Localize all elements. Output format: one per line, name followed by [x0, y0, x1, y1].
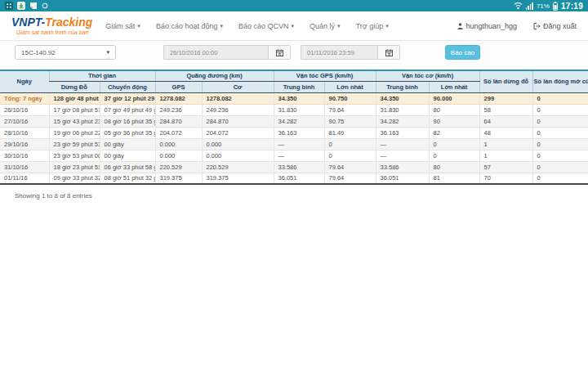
- cell: 36.051: [274, 173, 324, 184]
- cell: 0: [532, 150, 588, 161]
- nav-tro-giup[interactable]: Trợ giúp▾: [356, 22, 389, 30]
- battery-icon: [553, 2, 558, 11]
- vehicle-select-value: 15C-140.92: [21, 49, 56, 56]
- cell: 17 giờ 08 phút 57 giây: [49, 104, 100, 115]
- cell: 1278.082: [202, 92, 274, 104]
- cell: 31.830: [376, 104, 429, 115]
- cell: 249.236: [155, 104, 202, 115]
- date-from-group: 26/10/2016 00:00: [163, 45, 291, 60]
- cell: 299: [479, 92, 532, 104]
- logout-icon: [533, 23, 541, 29]
- cell: 29/10/16: [0, 138, 49, 150]
- cell: 0.000: [202, 150, 274, 161]
- cell: 82: [429, 127, 479, 138]
- table-row: 01/11/1609 giờ 33 phút 32 giây08 giờ 51 …: [0, 173, 588, 184]
- cell: 08 giờ 51 phút 32 giây: [100, 173, 155, 184]
- download-icon: [17, 2, 25, 10]
- cell: 33.586: [274, 161, 324, 173]
- main-nav: Giám sát▾ Báo cáo hoạt động▾ Báo cáo QCV…: [105, 22, 388, 30]
- cell: 36.163: [274, 127, 324, 138]
- col-header-ngay: Ngày: [0, 70, 49, 92]
- cell: 23 giờ 53 phút 00 giây: [49, 150, 100, 161]
- cell: 79.64: [324, 173, 376, 184]
- cell: 19 giờ 06 phút 22 giây: [49, 127, 100, 138]
- date-to-input[interactable]: 01/11/2016 23:59: [301, 45, 377, 60]
- logo-text: VNPT-Tracking: [11, 16, 92, 28]
- cell: 01/11/16: [0, 173, 49, 184]
- user-area: hungthuan_hgg Đăng xuất: [457, 22, 580, 30]
- cell: 58: [479, 104, 532, 115]
- cell: 15 giờ 43 phút 23 giây: [49, 115, 100, 127]
- date-to-calendar-button[interactable]: [377, 45, 400, 60]
- cell: 0: [532, 173, 588, 184]
- cell: 34.282: [274, 115, 324, 127]
- date-from-calendar-button[interactable]: [268, 45, 291, 60]
- cell: 0: [324, 150, 376, 161]
- col-header-lon-nhat-gps: Lớn nhất: [324, 81, 376, 92]
- col-group-thoi-gian: Thời gian: [49, 70, 155, 81]
- report-button[interactable]: Báo cáo: [445, 45, 480, 60]
- table-row: 29/10/1623 giờ 59 phút 53 giây00 giây0.0…: [0, 138, 588, 150]
- col-group-van-toc-co: Vận tốc cơ (km/h): [376, 70, 479, 81]
- cell: 37 giờ 12 phút 29 giây: [100, 92, 155, 104]
- cell: 204.072: [155, 127, 202, 138]
- cell: 18 giờ 23 phút 51 giây: [49, 161, 100, 173]
- cell: 26/10/16: [0, 104, 49, 115]
- col-header-trung-binh-gps: Trung bình: [274, 81, 324, 92]
- cell: 57: [479, 161, 532, 173]
- cell: 0: [532, 92, 588, 104]
- status-bar-notifications: [5, 2, 514, 10]
- logout-label: Đăng xuất: [543, 22, 577, 30]
- logout-button[interactable]: Đăng xuất: [533, 22, 577, 30]
- nav-bao-cao-qcvn[interactable]: Báo cáo QCVN▾: [238, 22, 294, 30]
- col-group-van-toc-gps: Vận tốc GPS (km/h): [274, 70, 376, 81]
- cell: 81.49: [324, 127, 376, 138]
- cell: 0: [532, 104, 588, 115]
- col-header-trung-binh-co: Trung bình: [376, 81, 429, 92]
- cell: 34.350: [274, 92, 324, 104]
- cell: 284.870: [202, 115, 274, 127]
- vnpt-tracking-logo[interactable]: VNPT-Tracking Giám sát hành trình của bạ…: [11, 16, 92, 35]
- cell: 90: [429, 115, 479, 127]
- cell: 80: [429, 104, 479, 115]
- table-row: 28/10/1619 giờ 06 phút 22 giây05 giờ 36 …: [0, 127, 588, 138]
- screenshot-icon: [29, 2, 38, 10]
- cell: 1: [479, 138, 532, 150]
- cell: 09 giờ 33 phút 32 giây: [49, 173, 100, 184]
- cell: 70: [479, 173, 532, 184]
- chevron-down-icon: ▾: [220, 23, 223, 29]
- cell: —: [274, 150, 324, 161]
- cell: 284.870: [155, 115, 202, 127]
- cell: 220.529: [202, 161, 274, 173]
- notification-dot-icon: [42, 2, 48, 9]
- user-menu[interactable]: hungthuan_hgg: [457, 22, 517, 30]
- cell: 0.000: [155, 150, 202, 161]
- cell: 90.000: [429, 92, 479, 104]
- username: hungthuan_hgg: [466, 22, 517, 30]
- cell: 79.64: [324, 161, 376, 173]
- cell: 34.282: [376, 115, 429, 127]
- chevron-down-icon: ▾: [292, 23, 295, 29]
- nav-giam-sat[interactable]: Giám sát▾: [105, 22, 140, 30]
- vehicle-select[interactable]: 15C-140.92 ▾: [15, 45, 116, 60]
- screen: 71% 17:19 VNPT-Tracking Giám sát hành tr…: [0, 0, 588, 368]
- nav-label: Giám sát: [105, 22, 135, 30]
- cell: 30/10/16: [0, 150, 49, 161]
- cell: 0: [429, 150, 479, 161]
- nav-quan-ly[interactable]: Quản lý▾: [310, 22, 341, 30]
- nav-bao-cao-hoat-dong[interactable]: Báo cáo hoạt động▾: [156, 22, 223, 30]
- cell: 05 giờ 36 phút 35 giây: [100, 127, 155, 138]
- logo-tagline: Giám sát hành trình của bạn: [16, 29, 92, 35]
- status-bar-indicators: 71% 17:19: [514, 2, 583, 11]
- calendar-icon: [385, 49, 393, 56]
- table-row: 26/10/1617 giờ 08 phút 57 giây07 giờ 49 …: [0, 104, 588, 115]
- table-row: 30/10/1623 giờ 53 phút 00 giây00 giây0.0…: [0, 150, 588, 161]
- logo-secondary: Tracking: [45, 16, 92, 29]
- col-header-gps: GPS: [155, 81, 202, 92]
- col-header-so-lan-dong-mo-cua: Số lần đóng mở cửa: [532, 70, 588, 92]
- cell: 90.750: [324, 92, 376, 104]
- date-from-input[interactable]: 26/10/2016 00:00: [163, 45, 268, 60]
- cell: 220.529: [155, 161, 202, 173]
- app-header: VNPT-Tracking Giám sát hành trình của bạ…: [0, 11, 588, 41]
- user-icon: [457, 23, 463, 29]
